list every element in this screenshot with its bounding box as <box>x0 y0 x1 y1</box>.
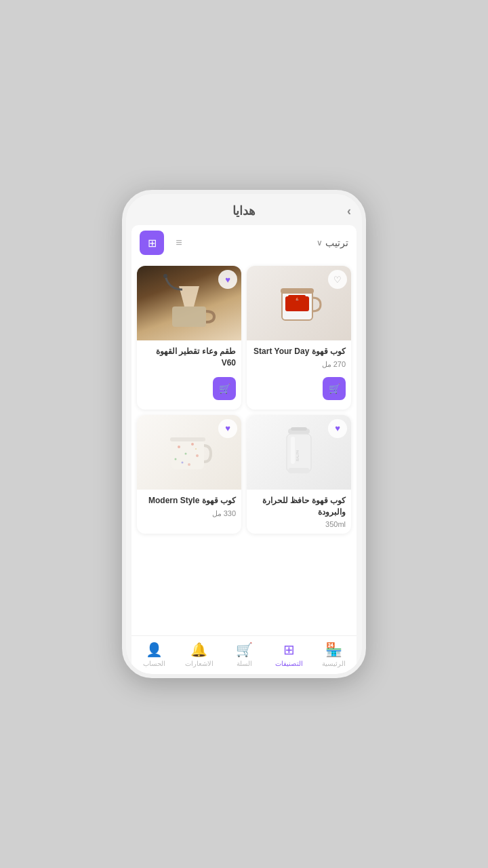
products-grid: ♥ طقم وعاء تقطير القهوة V60 🛒 <box>137 266 351 534</box>
product-volume-3: 330 مل <box>142 509 236 518</box>
svg-text:RALPH: RALPH <box>296 450 300 461</box>
product-image-2: COFFEE ⛵ ♡ <box>247 266 351 340</box>
favorite-button-4[interactable]: ♥ <box>328 419 347 438</box>
account-icon: 👤 <box>146 642 163 658</box>
favorite-button-1[interactable]: ♥ <box>218 270 237 289</box>
notification-icon: 🔔 <box>190 642 207 658</box>
svg-rect-22 <box>291 437 295 464</box>
svg-text:⛵: ⛵ <box>296 297 299 300</box>
svg-rect-0 <box>172 307 206 327</box>
add-to-cart-button-1[interactable]: 🛒 <box>213 377 236 400</box>
product-card-3[interactable]: ♥ كوب قهوة Modern Style 330 مل <box>137 415 241 534</box>
header: هدايا › <box>126 194 362 225</box>
nav-label-cart: السلة <box>237 660 252 667</box>
svg-point-15 <box>182 461 184 463</box>
product-info-3: كوب قهوة Modern Style 330 مل <box>137 490 241 534</box>
cart-icon: 🛒 <box>236 642 253 658</box>
svg-point-16 <box>195 448 197 450</box>
card-bottom-2: 🛒 <box>247 374 351 410</box>
nav-item-home[interactable]: 🏪 الرئيسية <box>318 642 350 667</box>
card-bottom-1: 🛒 <box>137 374 241 410</box>
svg-rect-9 <box>171 439 204 469</box>
nav-item-account[interactable]: 👤 الحساب <box>138 642 170 667</box>
svg-point-10 <box>178 446 180 448</box>
product-card-1[interactable]: ♥ طقم وعاء تقطير القهوة V60 🛒 <box>137 266 241 410</box>
favorite-button-2[interactable]: ♡ <box>328 270 347 289</box>
back-arrow-icon[interactable]: › <box>347 204 351 218</box>
screen: هدايا › ترتيب ∨ ≡ ⊞ <box>126 194 362 674</box>
svg-point-17 <box>188 463 190 466</box>
svg-rect-23 <box>288 468 310 473</box>
product-info-2: كوب قهوة Start Your Day 270 مل <box>247 340 351 374</box>
sort-chevron-icon: ∨ <box>317 238 323 248</box>
svg-rect-18 <box>170 437 205 441</box>
sort-label: ترتيب <box>325 237 348 248</box>
svg-point-2 <box>163 274 167 278</box>
svg-point-12 <box>191 443 194 446</box>
page-title: هدايا <box>232 203 256 218</box>
svg-point-13 <box>175 458 177 460</box>
svg-point-11 <box>185 452 187 454</box>
product-image-3: ♥ <box>137 415 241 490</box>
phone-shell: هدايا › ترتيب ∨ ≡ ⊞ <box>122 190 366 678</box>
speckled-mug-illustration <box>162 425 216 479</box>
product-name-2: كوب قهوة Start Your Day <box>252 346 346 357</box>
svg-rect-4 <box>281 288 314 294</box>
favorite-button-3[interactable]: ♥ <box>218 419 237 438</box>
list-view-button[interactable]: ≡ <box>167 231 191 255</box>
home-icon: 🏪 <box>325 642 342 658</box>
svg-rect-20 <box>291 427 307 431</box>
coffee-mug-illustration: COFFEE ⛵ <box>272 276 326 330</box>
add-to-cart-button-2[interactable]: 🛒 <box>323 377 346 400</box>
product-name-1: طقم وعاء تقطير القهوة V60 <box>142 346 236 369</box>
product-volume-2: 270 مل <box>252 360 346 369</box>
product-name-4: كوب قهوة حافظ للحرارة والبرودة <box>252 495 346 518</box>
filter-bar: ترتيب ∨ ≡ ⊞ <box>131 225 357 260</box>
grid-view-button[interactable]: ⊞ <box>140 231 164 255</box>
svg-point-14 <box>196 454 199 457</box>
product-image-4: RALPH ♥ <box>247 415 351 490</box>
nav-item-categories[interactable]: ⊞ التصنيفات <box>272 642 305 667</box>
product-info-4: كوب قهوة حافظ للحرارة والبرودة 350ml <box>247 490 351 534</box>
coffee-drip-illustration <box>159 273 220 334</box>
view-toggle-group: ≡ ⊞ <box>140 231 191 255</box>
product-info-1: طقم وعاء تقطير القهوة V60 <box>137 340 241 374</box>
products-area: ♥ طقم وعاء تقطير القهوة V60 🛒 <box>131 260 357 635</box>
nav-item-cart[interactable]: 🛒 السلة <box>228 642 260 667</box>
product-volume-4: 350ml <box>252 520 346 528</box>
bottom-navigation: 🏪 الرئيسية ⊞ التصنيفات 🛒 السلة 🔔 الاشعار… <box>131 635 357 674</box>
product-card-2[interactable]: COFFEE ⛵ ♡ كوب قهوة Start Your Day <box>247 266 351 410</box>
categories-icon: ⊞ <box>283 642 295 658</box>
sort-button[interactable]: ترتيب ∨ <box>317 237 348 248</box>
product-card-4[interactable]: RALPH ♥ كوب قهوة حافظ للحرارة والبرودة 3… <box>247 415 351 534</box>
product-name-3: كوب قهوة Modern Style <box>142 495 236 507</box>
nav-label-home: الرئيسية <box>322 660 346 667</box>
nav-label-notifications: الاشعارات <box>185 660 214 667</box>
nav-item-notifications[interactable]: 🔔 الاشعارات <box>183 642 216 667</box>
nav-label-account: الحساب <box>143 660 165 667</box>
product-image-1: ♥ <box>137 266 241 340</box>
nav-label-categories: التصنيفات <box>275 660 303 667</box>
tumbler-illustration: RALPH <box>279 422 319 483</box>
